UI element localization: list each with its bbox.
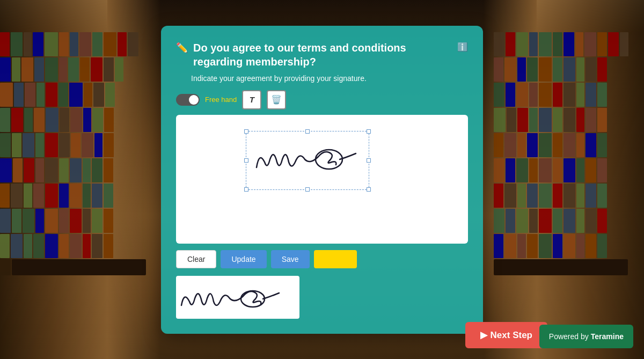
powered-by-brand: Teramine	[591, 332, 624, 341]
action-buttons: Clear Update Save	[176, 250, 468, 268]
free-hand-toggle[interactable]	[176, 94, 200, 106]
signature-drawing	[246, 130, 369, 189]
signature-preview-svg	[176, 276, 299, 319]
card-title: Do you agree to our terms and conditions…	[193, 41, 457, 69]
card-header: ✏️ Do you agree to our terms and conditi…	[176, 41, 468, 69]
next-step-button[interactable]: ▶ Next Step	[465, 322, 547, 348]
text-tool-icon: T	[250, 95, 254, 104]
signature-canvas[interactable]	[176, 115, 468, 244]
card-subtitle: Indicate your agreement by providing you…	[176, 74, 468, 83]
save-button[interactable]: Save	[271, 250, 310, 268]
signature-preview	[176, 276, 299, 319]
pencil-icon: ✏️	[176, 42, 188, 54]
svg-point-1	[241, 291, 265, 307]
delete-tool-icon: 🗑️	[271, 94, 282, 105]
free-hand-label: Free hand	[205, 96, 237, 104]
toolbar-row: Free hand T 🗑️	[176, 90, 468, 109]
powered-by-prefix: Powered by	[549, 332, 589, 341]
yellow-button[interactable]	[314, 250, 357, 268]
next-step-arrow: ▶	[480, 329, 487, 341]
powered-by-banner: Powered by Teramine	[539, 325, 633, 348]
clear-button[interactable]: Clear	[176, 250, 216, 268]
next-step-label: Next Step	[491, 330, 532, 341]
modal-overlay: ✏️ Do you agree to our terms and conditi…	[0, 0, 644, 359]
info-icon[interactable]: ℹ️	[457, 42, 468, 52]
update-button[interactable]: Update	[221, 250, 266, 268]
delete-tool-button[interactable]: 🗑️	[267, 90, 286, 109]
text-tool-button[interactable]: T	[242, 90, 261, 109]
agreement-card: ✏️ Do you agree to our terms and conditi…	[161, 26, 483, 334]
